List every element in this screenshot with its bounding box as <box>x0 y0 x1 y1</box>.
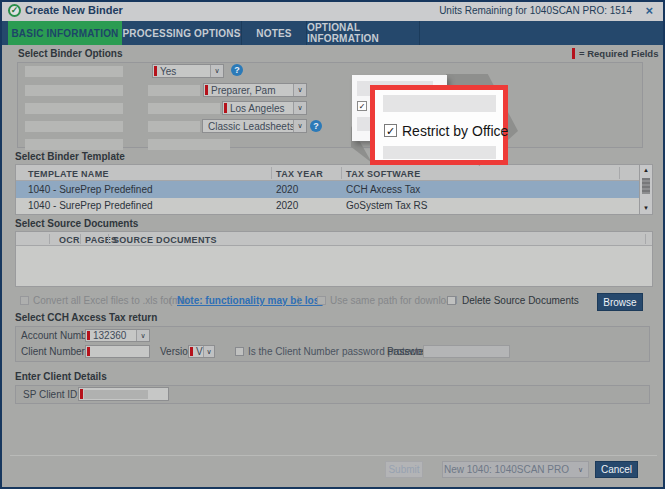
redacted-value <box>84 390 148 399</box>
redacted-label <box>25 103 123 114</box>
help-icon[interactable]: ? <box>310 120 322 132</box>
binder-check-icon: ✓ <box>8 4 21 17</box>
cancel-button[interactable]: Cancel <box>595 461 638 478</box>
column-separator <box>645 234 646 244</box>
password-protected-checkbox[interactable] <box>235 347 244 356</box>
template-table-header: TEMPLATE NAME TAX YEAR TAX SOFTWARE <box>16 165 652 181</box>
titlebar: ✓ Create New Binder Units Remaining for … <box>0 0 665 21</box>
office-dropdown[interactable]: Los Angeles ∨ <box>222 101 307 115</box>
binder-template-title: Select Binder Template <box>15 151 125 162</box>
column-separator <box>619 167 620 179</box>
binder-option-dropdown-1[interactable]: Yes ∨ <box>152 64 224 78</box>
convert-excel-label: Convert all Excel files to .xls format <box>33 295 189 306</box>
scrollbar-thumb[interactable] <box>642 178 650 194</box>
create-new-binder-dialog: ✓ Create New Binder Units Remaining for … <box>0 0 665 489</box>
redacted-value <box>148 139 230 150</box>
note-paren-open: ( <box>169 295 172 306</box>
chevron-down-icon[interactable]: ∨ <box>293 120 306 132</box>
redacted-label <box>25 121 123 132</box>
same-path-checkbox[interactable] <box>317 296 326 305</box>
version-dropdown[interactable]: V1 ∨ <box>188 345 215 358</box>
scrollbar[interactable]: ▲ ▼ <box>639 165 652 214</box>
redacted-option <box>383 95 496 112</box>
client-details-title: Enter Client Details <box>15 371 107 382</box>
axcess-return-title: Select CCH Axcess Tax return <box>15 312 157 323</box>
delete-source-docs-label: Delete Source Documents <box>462 295 579 306</box>
redacted-label <box>25 66 123 77</box>
submit-button[interactable]: Submit <box>385 461 423 478</box>
column-separator <box>108 234 109 244</box>
required-marker <box>224 103 227 113</box>
required-marker <box>190 347 193 356</box>
units-remaining-text: Units Remaining for 1040SCAN PRO: 1514 <box>439 5 632 16</box>
preparer-dropdown[interactable]: Preparer, Pam ∨ <box>203 83 307 97</box>
new-binder-type-dropdown[interactable]: New 1040: 1040SCAN PRO ∨ <box>442 461 589 478</box>
close-icon[interactable]: × <box>645 3 653 18</box>
required-legend-text: = Required Fields <box>579 48 658 59</box>
client-number-input[interactable] <box>85 345 150 358</box>
account-number-dropdown[interactable]: 132360 ∨ <box>85 329 150 342</box>
tab-processing-options[interactable]: PROCESSING OPTIONS <box>122 21 242 45</box>
source-documents-title: Select Source Documents <box>15 218 138 229</box>
chevron-down-icon[interactable]: ∨ <box>136 330 149 341</box>
tab-optional-information[interactable]: OPTIONAL INFORMATION <box>307 21 420 45</box>
chevron-down-icon[interactable]: ∨ <box>210 65 223 77</box>
restrict-by-office-checkbox-small[interactable]: ✓ <box>357 101 367 111</box>
table-row[interactable]: 1040 - SurePrep Predefined 2020 GoSystem… <box>16 198 640 214</box>
sp-client-id-label: SP Client ID: <box>23 389 80 400</box>
tab-bar: BASIC INFORMATION PROCESSING OPTIONS NOT… <box>0 21 665 45</box>
redacted-option <box>383 146 496 159</box>
scroll-down-icon[interactable]: ▼ <box>640 203 652 214</box>
chevron-down-icon[interactable]: ∨ <box>293 102 306 114</box>
client-number-label: Client Number: <box>21 346 88 357</box>
browse-button[interactable]: Browse <box>597 293 643 311</box>
window-title: Create New Binder <box>25 4 123 16</box>
note-paren-close: ) <box>297 295 300 306</box>
column-separator <box>49 234 50 244</box>
restrict-by-office-checkbox[interactable]: ✓ <box>384 124 397 137</box>
restrict-by-office-label: Restrict by Office <box>402 123 508 139</box>
delete-source-docs-checkbox[interactable] <box>447 296 456 305</box>
required-legend-bar <box>572 48 575 59</box>
required-marker <box>87 347 90 356</box>
table-row[interactable]: 1040 - SurePrep Predefined 2020 CCH Axce… <box>16 181 640 198</box>
source-documents-table: OCR PAGES SOURCE DOCUMENTS <box>15 231 653 287</box>
chevron-down-icon[interactable]: ∨ <box>203 346 214 357</box>
help-icon[interactable]: ? <box>231 64 243 76</box>
zoom-callout-box: ✓ Restrict by Office <box>370 85 508 165</box>
redacted-value <box>148 85 200 96</box>
note-functionality-link[interactable]: Note: functionality may be lost <box>177 295 323 306</box>
leadsheets-dropdown[interactable]: Classic Leadsheets ∨ <box>202 119 307 133</box>
binder-template-table: TEMPLATE NAME TAX YEAR TAX SOFTWARE 1040… <box>15 164 653 215</box>
redacted-label <box>25 85 123 96</box>
convert-excel-checkbox[interactable] <box>20 296 29 305</box>
column-separator <box>271 167 272 179</box>
sp-client-id-input[interactable] <box>78 387 169 401</box>
required-marker <box>87 331 90 340</box>
same-path-label: Use same path for download <box>330 295 457 306</box>
source-table-header: OCR PAGES SOURCE DOCUMENTS <box>16 232 652 246</box>
binder-options-title: Select Binder Options <box>18 48 122 59</box>
tab-notes[interactable]: NOTES <box>242 21 307 45</box>
required-marker <box>154 66 157 76</box>
tab-basic-information[interactable]: BASIC INFORMATION <box>8 21 122 45</box>
chevron-down-icon[interactable]: ∨ <box>293 84 306 96</box>
redacted-label <box>25 139 123 150</box>
password-input <box>423 345 510 358</box>
footer-divider <box>10 455 657 456</box>
column-separator <box>80 234 81 244</box>
column-separator <box>341 167 342 179</box>
redacted-value <box>148 103 220 114</box>
required-marker <box>80 389 83 399</box>
redacted-value <box>148 121 200 132</box>
required-marker <box>205 85 208 95</box>
scroll-up-icon[interactable]: ▲ <box>640 165 652 176</box>
chevron-down-icon: ∨ <box>578 466 583 474</box>
